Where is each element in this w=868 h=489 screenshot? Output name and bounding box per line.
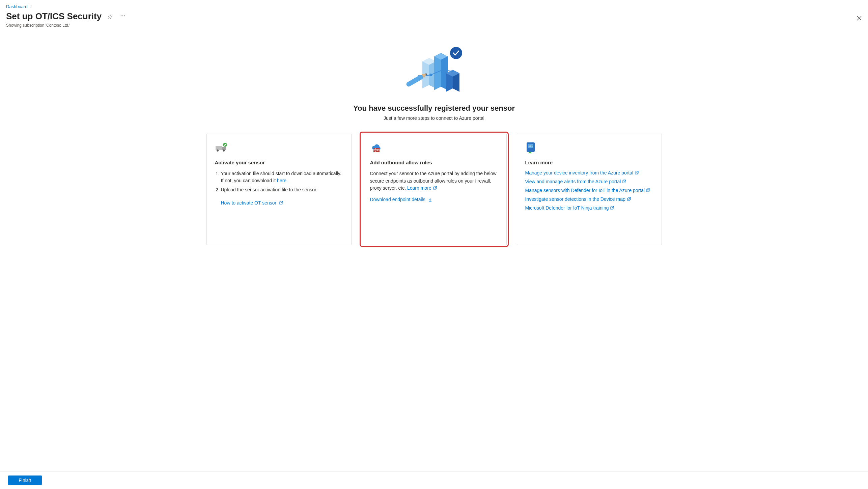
finish-button[interactable]: Finish — [8, 476, 42, 485]
success-illustration-icon — [6, 38, 862, 95]
svg-rect-19 — [216, 146, 222, 150]
svg-point-2 — [124, 16, 125, 17]
learn-link-device-map[interactable]: Investigate sensor detections in the Dev… — [525, 196, 631, 202]
external-link-icon — [279, 200, 283, 205]
hero-title: You have successfully registered your se… — [6, 104, 862, 113]
close-button[interactable] — [857, 15, 862, 23]
svg-point-15 — [450, 47, 462, 59]
external-link-icon — [610, 206, 614, 210]
card-activate-sensor: Activate your sensor Your activation fil… — [206, 134, 352, 245]
svg-rect-16 — [405, 74, 424, 88]
close-icon — [857, 15, 862, 22]
svg-point-22 — [223, 150, 225, 152]
page-title: Set up OT/ICS Security — [6, 11, 102, 22]
svg-text:101: 101 — [528, 144, 533, 147]
activate-step-2: Upload the sensor activation file to the… — [221, 186, 343, 193]
svg-point-0 — [121, 16, 122, 17]
card-outbound-rules: Add outbound allow rules Connect your se… — [362, 134, 507, 245]
chevron-right-icon — [30, 4, 33, 9]
footer-bar: Finish — [0, 471, 868, 489]
card-activate-title: Activate your sensor — [215, 160, 343, 165]
more-button[interactable] — [119, 12, 127, 21]
svg-rect-24 — [373, 148, 380, 152]
breadcrumb: Dashboard — [6, 4, 862, 9]
truck-check-icon — [215, 142, 343, 154]
breadcrumb-dashboard[interactable]: Dashboard — [6, 4, 28, 9]
card-outbound-desc: Connect your sensor to the Azure portal … — [370, 170, 498, 192]
pin-button[interactable] — [106, 12, 114, 20]
external-link-icon — [646, 188, 650, 192]
activate-step-1: Your activation file should start to dow… — [221, 170, 343, 184]
learn-link-manage-sensors[interactable]: Manage sensors with Defender for IoT in … — [525, 188, 650, 193]
download-endpoint-details-link[interactable]: Download endpoint details — [370, 197, 432, 202]
external-link-icon — [433, 185, 437, 189]
learn-link-device-inventory[interactable]: Manage your device inventory from the Az… — [525, 170, 639, 175]
external-link-icon — [627, 197, 631, 201]
svg-point-21 — [217, 150, 219, 152]
external-link-icon — [622, 179, 626, 183]
cloud-firewall-icon — [370, 142, 498, 154]
external-link-icon — [635, 170, 639, 174]
card-learn-more: 101 Learn more Manage your device invent… — [517, 134, 662, 245]
outbound-learn-more-link[interactable]: Learn more — [407, 185, 437, 191]
more-horizontal-icon — [120, 14, 125, 20]
card-outbound-title: Add outbound allow rules — [370, 160, 498, 165]
svg-point-13 — [429, 74, 432, 76]
learn-link-alerts[interactable]: View and manage alerts from the Azure po… — [525, 179, 626, 184]
cards-row: Activate your sensor Your activation fil… — [6, 134, 862, 245]
svg-point-1 — [122, 16, 123, 17]
download-icon — [428, 197, 432, 201]
pin-icon — [108, 14, 113, 19]
hero-subtitle: Just a few more steps to connect to Azur… — [6, 115, 862, 121]
card-learn-title: Learn more — [525, 160, 653, 165]
how-to-activate-link[interactable]: How to activate OT sensor — [221, 200, 283, 206]
svg-point-14 — [441, 69, 444, 71]
page-subtitle: Showing subscription 'Contoso Ltd.' — [6, 23, 862, 28]
learn-link-ninja-training[interactable]: Microsoft Defender for IoT Ninja trainin… — [525, 205, 614, 211]
hero: You have successfully registered your se… — [6, 38, 862, 121]
book-icon: 101 — [525, 142, 653, 154]
svg-rect-20 — [222, 147, 226, 150]
download-here-link[interactable]: here. — [277, 178, 288, 183]
